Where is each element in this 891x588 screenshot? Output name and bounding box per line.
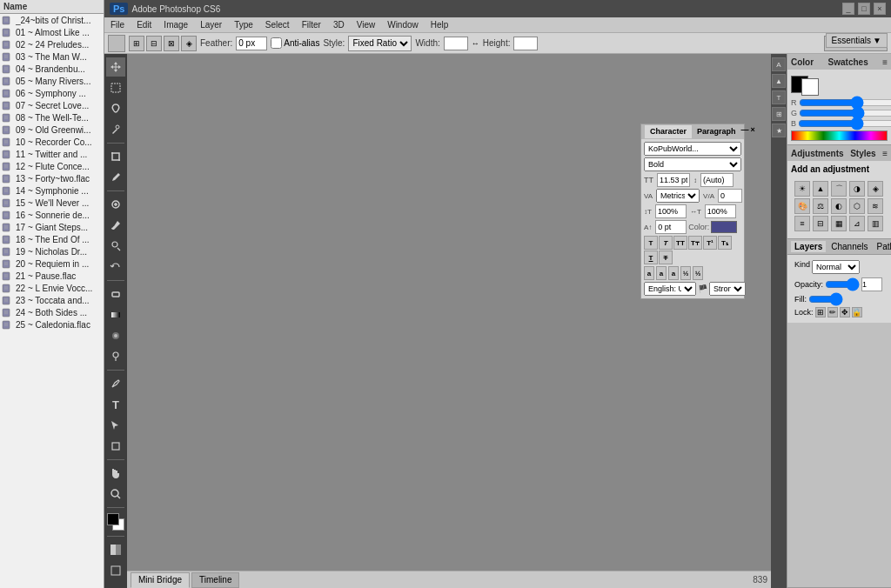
- adjustments-tab[interactable]: Adjustments: [791, 149, 844, 158]
- list-item[interactable]: 05 ~ Many Rivers...: [0, 75, 104, 87]
- list-item[interactable]: 25 ~ Caledonia.flac: [0, 318, 104, 331]
- subscript-style-button[interactable]: T₁: [718, 236, 732, 250]
- underline-style-button[interactable]: T: [644, 251, 658, 264]
- list-item[interactable]: 17 ~ Giant Steps...: [0, 221, 104, 233]
- red-slider[interactable]: [799, 99, 892, 106]
- vertical-scale-input[interactable]: [655, 204, 687, 218]
- hand-tool[interactable]: [106, 464, 125, 483]
- adj-exposure[interactable]: ◑: [849, 181, 865, 197]
- channels-tab[interactable]: Channels: [827, 241, 871, 252]
- width-input[interactable]: [444, 37, 468, 50]
- antialias-checkbox[interactable]: [271, 37, 282, 49]
- list-item[interactable]: 02 ~ 24 Preludes...: [0, 38, 104, 50]
- file-list[interactable]: _24~bits of Christ... 01 ~ Almost Like .…: [0, 14, 104, 588]
- color-panel-header[interactable]: Color Swatches ≡: [787, 54, 891, 70]
- maximize-button[interactable]: □: [858, 3, 870, 15]
- list-item[interactable]: 20 ~ Requiem in ...: [0, 257, 104, 270]
- opacity-input[interactable]: [861, 277, 882, 291]
- side-icon-4[interactable]: ⊞: [772, 107, 786, 121]
- kerning-select[interactable]: Metrics: [656, 189, 700, 203]
- list-item[interactable]: 23 ~ Toccata and...: [0, 294, 104, 306]
- list-item[interactable]: 06 ~ Symphony ...: [0, 87, 104, 99]
- list-item[interactable]: 08 ~ The Well-Te...: [0, 111, 104, 124]
- list-item[interactable]: 04 ~ Brandenbu...: [0, 63, 104, 75]
- tracking-input[interactable]: [718, 189, 742, 203]
- adj-posterize[interactable]: ▦: [831, 216, 847, 231]
- list-item[interactable]: 24 ~ Both Sides ...: [0, 306, 104, 318]
- menu-item-select[interactable]: Select: [263, 19, 292, 30]
- adj-vibrance[interactable]: ◈: [868, 181, 883, 197]
- menu-item-edit[interactable]: Edit: [134, 19, 154, 30]
- lasso-tool[interactable]: [106, 99, 125, 118]
- leading-input[interactable]: [700, 173, 734, 187]
- brush-tool[interactable]: [106, 216, 125, 235]
- shape-tool[interactable]: [106, 437, 125, 456]
- fill-slider[interactable]: [808, 296, 843, 303]
- font-style-select[interactable]: Bold: [644, 157, 741, 171]
- italic-style-button[interactable]: T: [659, 236, 673, 250]
- lock-position-icon[interactable]: ✥: [840, 307, 850, 317]
- list-item[interactable]: 16 ~ Sonnerie de...: [0, 209, 104, 221]
- align-icon-5[interactable]: ½: [693, 266, 703, 280]
- list-item[interactable]: 11 ~ Twitter and ...: [0, 148, 104, 160]
- list-item[interactable]: 12 ~ Flute Conce...: [0, 160, 104, 172]
- adj-photo-filter[interactable]: ⬡: [849, 198, 865, 214]
- lock-image-icon[interactable]: ✏: [827, 307, 838, 317]
- layers-tab[interactable]: Layers: [791, 241, 826, 252]
- lock-transparent-icon[interactable]: ⊞: [815, 307, 826, 317]
- screen-mode-button[interactable]: [106, 561, 125, 580]
- adj-curves[interactable]: ⌒: [831, 181, 847, 197]
- feather-input[interactable]: [236, 37, 267, 50]
- adj-threshold[interactable]: ⊿: [849, 216, 865, 231]
- list-item[interactable]: 13 ~ Forty~two.flac: [0, 172, 104, 184]
- mini-bridge-tab[interactable]: Mini Bridge: [131, 572, 190, 588]
- align-icon-4[interactable]: ½: [680, 266, 691, 280]
- timeline-tab[interactable]: Timeline: [191, 572, 239, 588]
- ps-canvas-area[interactable]: Character Paragraph — × KoPubWorld...: [127, 54, 771, 588]
- font-family-select[interactable]: KoPubWorld...: [644, 142, 741, 156]
- path-selection-tool[interactable]: [106, 416, 125, 435]
- height-input[interactable]: [513, 37, 538, 50]
- close-button[interactable]: ×: [874, 3, 886, 15]
- adj-invert[interactable]: ⊟: [813, 216, 828, 231]
- list-item[interactable]: _24~bits of Christ...: [0, 14, 104, 26]
- quick-mask-button[interactable]: [106, 540, 125, 559]
- opacity-slider[interactable]: [825, 281, 860, 288]
- list-item[interactable]: 14 ~ Symphonie ...: [0, 184, 104, 197]
- char-tab-character[interactable]: Character: [645, 125, 692, 138]
- menu-item-file[interactable]: File: [108, 19, 127, 30]
- color-panel-menu-icon[interactable]: ≡: [882, 57, 888, 67]
- list-item[interactable]: 19 ~ Nicholas Dr...: [0, 245, 104, 257]
- style-select[interactable]: Fixed Ratio: [348, 36, 412, 51]
- char-tab-paragraph[interactable]: Paragraph: [692, 125, 741, 138]
- lock-all-icon[interactable]: 🔒: [852, 307, 862, 317]
- all-caps-style-button[interactable]: TT: [673, 236, 687, 250]
- language-select[interactable]: English: UK: [644, 282, 696, 296]
- background-swatch[interactable]: [801, 78, 819, 96]
- pen-tool[interactable]: [106, 374, 125, 393]
- side-icon-3[interactable]: T: [772, 90, 786, 104]
- color-spectrum[interactable]: [791, 130, 888, 141]
- adjustments-panel-menu-icon[interactable]: ≡: [882, 149, 888, 158]
- clone-stamp-tool[interactable]: [106, 237, 125, 256]
- green-slider[interactable]: [799, 110, 891, 117]
- color-tab[interactable]: Color: [791, 57, 814, 67]
- list-item[interactable]: 07 ~ Secret Love...: [0, 99, 104, 111]
- menu-item-type[interactable]: Type: [231, 19, 256, 30]
- list-item[interactable]: 18 ~ The End Of ...: [0, 233, 104, 245]
- adj-hue-sat[interactable]: 🎨: [794, 198, 810, 214]
- list-item[interactable]: 03 ~ The Man W...: [0, 50, 104, 63]
- list-item[interactable]: 01 ~ Almost Like ...: [0, 26, 104, 38]
- eraser-tool[interactable]: [106, 284, 125, 304]
- small-caps-style-button[interactable]: Tᴛ: [688, 236, 702, 250]
- list-item[interactable]: 15 ~ We'll Never ...: [0, 197, 104, 209]
- blue-slider[interactable]: [798, 120, 891, 127]
- crop-tool[interactable]: [106, 147, 125, 166]
- adj-brightness[interactable]: ☀: [794, 181, 810, 197]
- side-icon-1[interactable]: A: [772, 57, 786, 71]
- adj-gradient-map[interactable]: ▥: [868, 216, 883, 231]
- type-tool[interactable]: T: [106, 395, 125, 414]
- minimize-button[interactable]: _: [842, 3, 854, 15]
- styles-tab[interactable]: Styles: [850, 149, 875, 158]
- blur-tool[interactable]: [106, 326, 125, 345]
